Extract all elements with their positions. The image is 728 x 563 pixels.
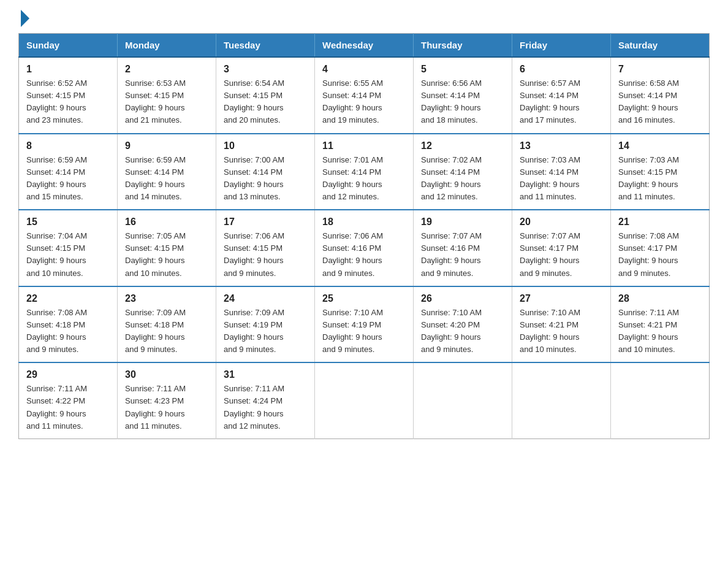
day-number: 4: [322, 64, 406, 75]
day-of-week-header: Monday: [118, 34, 216, 58]
day-number: 14: [618, 140, 702, 151]
calendar-cell: 5 Sunrise: 6:56 AM Sunset: 4:14 PM Dayli…: [414, 57, 512, 134]
day-number: 2: [125, 64, 208, 75]
logo-arrow-icon: [21, 10, 29, 27]
day-info: Sunrise: 7:06 AM Sunset: 4:15 PM Dayligh…: [224, 230, 307, 280]
calendar-cell: 12 Sunrise: 7:02 AM Sunset: 4:14 PM Dayl…: [414, 134, 512, 210]
calendar-cell: 6 Sunrise: 6:57 AM Sunset: 4:14 PM Dayli…: [512, 57, 611, 134]
day-number: 22: [26, 293, 110, 304]
calendar-cell: 16 Sunrise: 7:05 AM Sunset: 4:15 PM Dayl…: [118, 210, 216, 286]
calendar-cell: 20 Sunrise: 7:07 AM Sunset: 4:17 PM Dayl…: [512, 210, 611, 286]
day-info: Sunrise: 7:02 AM Sunset: 4:14 PM Dayligh…: [421, 154, 504, 204]
calendar-cell: 15 Sunrise: 7:04 AM Sunset: 4:15 PM Dayl…: [19, 210, 118, 286]
day-number: 10: [224, 140, 307, 151]
calendar-cell: 21 Sunrise: 7:08 AM Sunset: 4:17 PM Dayl…: [611, 210, 710, 286]
day-of-week-header: Friday: [512, 34, 611, 58]
day-info: Sunrise: 7:11 AM Sunset: 4:22 PM Dayligh…: [26, 383, 110, 432]
calendar-cell: 29 Sunrise: 7:11 AM Sunset: 4:22 PM Dayl…: [19, 362, 118, 439]
day-info: Sunrise: 7:04 AM Sunset: 4:15 PM Dayligh…: [26, 230, 110, 280]
calendar-cell: 2 Sunrise: 6:53 AM Sunset: 4:15 PM Dayli…: [118, 57, 216, 134]
day-info: Sunrise: 6:52 AM Sunset: 4:15 PM Dayligh…: [26, 77, 110, 127]
day-number: 7: [618, 64, 702, 75]
day-number: 25: [322, 293, 406, 304]
day-info: Sunrise: 6:58 AM Sunset: 4:14 PM Dayligh…: [618, 77, 702, 127]
day-number: 31: [224, 369, 307, 380]
day-info: Sunrise: 7:08 AM Sunset: 4:18 PM Dayligh…: [26, 307, 110, 356]
day-number: 19: [421, 216, 504, 228]
day-info: Sunrise: 7:06 AM Sunset: 4:16 PM Dayligh…: [322, 230, 406, 280]
calendar-cell: 9 Sunrise: 6:59 AM Sunset: 4:14 PM Dayli…: [118, 134, 216, 210]
calendar-cell: 18 Sunrise: 7:06 AM Sunset: 4:16 PM Dayl…: [315, 210, 414, 286]
day-number: 6: [520, 64, 603, 75]
day-number: 21: [618, 216, 702, 228]
calendar-header-row: SundayMondayTuesdayWednesdayThursdayFrid…: [19, 34, 710, 58]
calendar-cell: 30 Sunrise: 7:11 AM Sunset: 4:23 PM Dayl…: [118, 362, 216, 439]
day-info: Sunrise: 6:59 AM Sunset: 4:14 PM Dayligh…: [26, 154, 110, 204]
calendar-cell: 24 Sunrise: 7:09 AM Sunset: 4:19 PM Dayl…: [216, 286, 315, 363]
day-info: Sunrise: 7:10 AM Sunset: 4:21 PM Dayligh…: [520, 307, 603, 356]
day-info: Sunrise: 7:03 AM Sunset: 4:14 PM Dayligh…: [520, 154, 603, 204]
calendar-cell: [414, 362, 512, 439]
day-number: 27: [520, 293, 603, 304]
day-number: 5: [421, 64, 504, 75]
calendar-cell: 8 Sunrise: 6:59 AM Sunset: 4:14 PM Dayli…: [19, 134, 118, 210]
day-info: Sunrise: 7:07 AM Sunset: 4:16 PM Dayligh…: [421, 230, 504, 280]
day-info: Sunrise: 6:59 AM Sunset: 4:14 PM Dayligh…: [125, 154, 208, 204]
logo: [18, 12, 29, 27]
day-info: Sunrise: 7:00 AM Sunset: 4:14 PM Dayligh…: [224, 154, 307, 204]
day-number: 3: [224, 64, 307, 75]
day-info: Sunrise: 6:55 AM Sunset: 4:14 PM Dayligh…: [322, 77, 406, 127]
day-number: 13: [520, 140, 603, 151]
day-number: 20: [520, 216, 603, 228]
calendar-week-row: 29 Sunrise: 7:11 AM Sunset: 4:22 PM Dayl…: [19, 362, 710, 439]
calendar-cell: 3 Sunrise: 6:54 AM Sunset: 4:15 PM Dayli…: [216, 57, 315, 134]
day-number: 16: [125, 216, 208, 228]
calendar-cell: 1 Sunrise: 6:52 AM Sunset: 4:15 PM Dayli…: [19, 57, 118, 134]
day-number: 9: [125, 140, 208, 151]
day-info: Sunrise: 6:56 AM Sunset: 4:14 PM Dayligh…: [421, 77, 504, 127]
day-number: 17: [224, 216, 307, 228]
day-info: Sunrise: 7:09 AM Sunset: 4:18 PM Dayligh…: [125, 307, 208, 356]
calendar-cell: [315, 362, 414, 439]
day-info: Sunrise: 7:08 AM Sunset: 4:17 PM Dayligh…: [618, 230, 702, 280]
calendar-cell: 17 Sunrise: 7:06 AM Sunset: 4:15 PM Dayl…: [216, 210, 315, 286]
day-number: 30: [125, 369, 208, 380]
day-of-week-header: Sunday: [19, 34, 118, 58]
day-info: Sunrise: 7:03 AM Sunset: 4:15 PM Dayligh…: [618, 154, 702, 204]
calendar-cell: 4 Sunrise: 6:55 AM Sunset: 4:14 PM Dayli…: [315, 57, 414, 134]
calendar-cell: 19 Sunrise: 7:07 AM Sunset: 4:16 PM Dayl…: [414, 210, 512, 286]
day-info: Sunrise: 7:01 AM Sunset: 4:14 PM Dayligh…: [322, 154, 406, 204]
day-info: Sunrise: 7:11 AM Sunset: 4:21 PM Dayligh…: [618, 307, 702, 356]
day-number: 12: [421, 140, 504, 151]
calendar-week-row: 22 Sunrise: 7:08 AM Sunset: 4:18 PM Dayl…: [19, 286, 710, 363]
day-number: 26: [421, 293, 504, 304]
day-number: 1: [26, 64, 110, 75]
page-header: [18, 12, 710, 27]
day-of-week-header: Thursday: [414, 34, 512, 58]
calendar-cell: 22 Sunrise: 7:08 AM Sunset: 4:18 PM Dayl…: [19, 286, 118, 363]
day-info: Sunrise: 7:11 AM Sunset: 4:23 PM Dayligh…: [125, 383, 208, 432]
calendar-cell: 28 Sunrise: 7:11 AM Sunset: 4:21 PM Dayl…: [611, 286, 710, 363]
day-number: 29: [26, 369, 110, 380]
calendar-cell: 14 Sunrise: 7:03 AM Sunset: 4:15 PM Dayl…: [611, 134, 710, 210]
calendar-cell: 23 Sunrise: 7:09 AM Sunset: 4:18 PM Dayl…: [118, 286, 216, 363]
calendar-cell: [512, 362, 611, 439]
calendar-cell: 26 Sunrise: 7:10 AM Sunset: 4:20 PM Dayl…: [414, 286, 512, 363]
calendar-cell: 11 Sunrise: 7:01 AM Sunset: 4:14 PM Dayl…: [315, 134, 414, 210]
day-number: 24: [224, 293, 307, 304]
day-number: 23: [125, 293, 208, 304]
day-info: Sunrise: 7:07 AM Sunset: 4:17 PM Dayligh…: [520, 230, 603, 280]
day-info: Sunrise: 6:57 AM Sunset: 4:14 PM Dayligh…: [520, 77, 603, 127]
calendar-cell: 10 Sunrise: 7:00 AM Sunset: 4:14 PM Dayl…: [216, 134, 315, 210]
calendar-cell: 31 Sunrise: 7:11 AM Sunset: 4:24 PM Dayl…: [216, 362, 315, 439]
calendar-cell: 25 Sunrise: 7:10 AM Sunset: 4:19 PM Dayl…: [315, 286, 414, 363]
day-number: 11: [322, 140, 406, 151]
calendar-cell: 7 Sunrise: 6:58 AM Sunset: 4:14 PM Dayli…: [611, 57, 710, 134]
day-number: 8: [26, 140, 110, 151]
day-number: 28: [618, 293, 702, 304]
calendar-week-row: 8 Sunrise: 6:59 AM Sunset: 4:14 PM Dayli…: [19, 134, 710, 210]
day-info: Sunrise: 7:10 AM Sunset: 4:19 PM Dayligh…: [322, 307, 406, 356]
day-of-week-header: Tuesday: [216, 34, 315, 58]
calendar-week-row: 15 Sunrise: 7:04 AM Sunset: 4:15 PM Dayl…: [19, 210, 710, 286]
calendar-cell: [611, 362, 710, 439]
